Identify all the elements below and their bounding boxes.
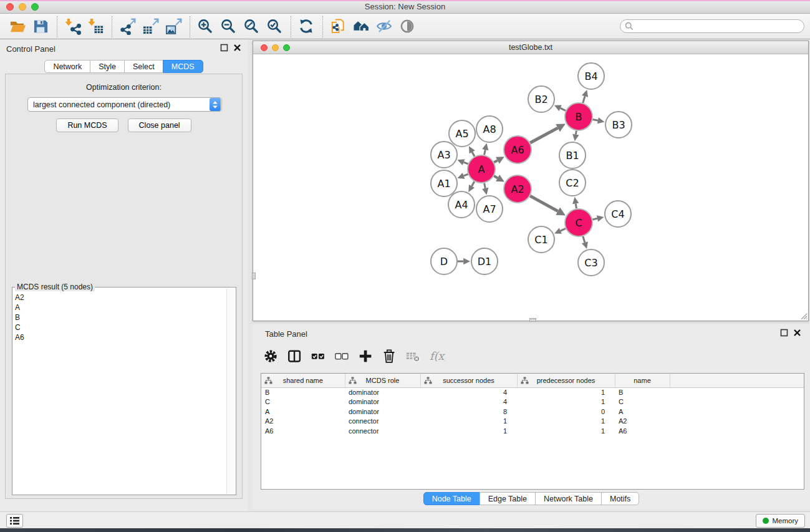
zoom-in-icon[interactable]	[196, 17, 215, 36]
mcds-result-item[interactable]: A	[14, 302, 226, 312]
mcds-result-item[interactable]: A6	[14, 332, 226, 342]
graph-edge-A-A5[interactable]	[469, 146, 475, 157]
memory-button[interactable]: Memory	[756, 514, 805, 528]
graph-node-B[interactable]: B	[565, 103, 592, 130]
graph-edge-A2-C[interactable]	[530, 196, 566, 215]
float-table-panel-icon[interactable]	[780, 329, 788, 337]
save-session-icon[interactable]	[31, 17, 50, 36]
add-column-icon[interactable]	[357, 348, 375, 365]
graph-node-A6[interactable]: A6	[504, 136, 531, 163]
show-columns-icon[interactable]	[286, 348, 304, 365]
column-header-successor-nodes[interactable]: successor nodes	[420, 374, 517, 387]
unselect-all-checkboxes-icon[interactable]	[334, 348, 351, 365]
graph-edge-B-B4[interactable]	[582, 90, 588, 103]
resize-grip-icon[interactable]	[799, 311, 808, 320]
select-all-checkboxes-icon[interactable]	[310, 348, 327, 365]
graph-node-C4[interactable]: C4	[605, 201, 631, 227]
graph-node-C[interactable]: C	[565, 209, 592, 236]
open-session-icon[interactable]	[8, 17, 27, 36]
clone-network-icon[interactable]	[329, 17, 347, 36]
export-image-icon[interactable]	[164, 17, 183, 36]
import-network-icon[interactable]	[63, 17, 82, 36]
graph-node-A1[interactable]: A1	[431, 170, 457, 196]
graph-node-A8[interactable]: A8	[476, 116, 503, 142]
graph-node-D1[interactable]: D1	[471, 248, 498, 274]
tab-edge-table[interactable]: Edge Table	[480, 492, 536, 505]
graph-node-B3[interactable]: B3	[605, 112, 632, 138]
graph-edge-A-A1[interactable]	[457, 173, 468, 179]
delete-column-icon[interactable]	[381, 348, 398, 365]
graph-edge-A6-B[interactable]	[530, 123, 566, 143]
graph-edge-C-C2[interactable]	[572, 197, 579, 209]
zoom-selected-icon[interactable]	[265, 17, 284, 36]
graph-edge-A-A7[interactable]	[482, 183, 488, 195]
export-table-icon[interactable]	[141, 17, 160, 36]
zoom-fit-icon[interactable]	[242, 17, 261, 36]
graph-node-A[interactable]: A	[468, 155, 495, 183]
graph-node-A2[interactable]: A2	[504, 175, 531, 203]
function-builder-icon[interactable]: f(x)	[428, 348, 446, 365]
run-mcds-button[interactable]: Run MCDS	[56, 118, 118, 132]
graph-edge-B-B3[interactable]	[593, 117, 605, 123]
bottom-splitter-handle[interactable]	[529, 318, 536, 322]
graph-node-C1[interactable]: C1	[528, 226, 554, 253]
table-row[interactable]: Bdominator41B	[261, 387, 804, 397]
network-window-titlebar[interactable]: testGlobe.txt	[253, 41, 808, 54]
tab-motifs[interactable]: Motifs	[601, 492, 639, 505]
left-splitter-handle[interactable]	[252, 273, 256, 279]
graph-edge-A-A6[interactable]	[494, 157, 504, 163]
tab-node-table[interactable]: Node Table	[423, 492, 480, 505]
graph-edge-A-A8[interactable]	[482, 143, 488, 155]
graph-edge-B-B2[interactable]	[554, 105, 566, 111]
graph-edge-A-A3[interactable]	[457, 159, 468, 165]
graph-node-A3[interactable]: A3	[431, 142, 457, 168]
graph-node-C2[interactable]: C2	[559, 170, 586, 196]
graph-edge-D-D1[interactable]	[458, 258, 470, 264]
table-row[interactable]: Adominator80A	[261, 407, 804, 417]
graph-node-A4[interactable]: A4	[448, 191, 475, 218]
graph-node-B1[interactable]: B1	[559, 142, 586, 168]
mcds-result-item[interactable]: A2	[14, 293, 226, 302]
table-row[interactable]: A2connector11A2	[261, 417, 804, 427]
column-header-MCDS-role[interactable]: MCDS role	[345, 374, 420, 387]
column-header-predecessor-nodes[interactable]: predecessor nodes	[517, 374, 615, 387]
close-panel-button[interactable]: Close panel	[128, 118, 191, 132]
search-input[interactable]	[636, 21, 804, 32]
export-network-icon[interactable]	[118, 17, 137, 36]
import-table-icon[interactable]	[86, 17, 105, 36]
graph-node-B4[interactable]: B4	[578, 63, 604, 89]
graph-edge-A-A4[interactable]	[468, 181, 475, 192]
graph-edge-C-C4[interactable]	[592, 215, 604, 221]
tab-style[interactable]: Style	[90, 60, 125, 73]
graph-edge-B-B1[interactable]	[572, 131, 579, 142]
houses-icon[interactable]	[352, 17, 370, 36]
tab-mcds[interactable]: MCDS	[163, 60, 203, 73]
table-row[interactable]: A6connector11A6	[261, 426, 804, 436]
zoom-out-icon[interactable]	[219, 17, 238, 36]
task-history-button[interactable]	[6, 514, 23, 528]
graph-node-A5[interactable]: A5	[449, 120, 475, 147]
search-field[interactable]	[620, 19, 804, 33]
column-header-shared-name[interactable]: shared name	[261, 374, 345, 387]
hide-graphics-details-icon[interactable]	[375, 17, 393, 36]
graph-node-C3[interactable]: C3	[578, 249, 604, 276]
graph-edge-C-C3[interactable]	[582, 236, 588, 249]
table-settings-gear-icon[interactable]	[263, 348, 280, 365]
close-table-panel-icon[interactable]	[793, 329, 801, 337]
refresh-layout-icon[interactable]	[297, 17, 316, 36]
mcds-result-item[interactable]: B	[14, 312, 226, 322]
delete-table-icon[interactable]	[405, 348, 422, 365]
tab-network[interactable]: Network	[44, 60, 90, 73]
graph-edge-A-A2[interactable]	[494, 175, 504, 181]
close-panel-icon[interactable]	[233, 44, 241, 52]
graph-node-D[interactable]: D	[431, 248, 457, 274]
graph-edge-C-C1[interactable]	[554, 228, 566, 233]
result-scrollbar[interactable]	[226, 288, 235, 494]
window-titlebar[interactable]: Session: New Session	[0, 0, 810, 14]
column-header-name[interactable]: name	[615, 374, 670, 387]
table-row[interactable]: Cdominator41C	[261, 397, 804, 407]
overview-eye-icon[interactable]	[398, 17, 417, 36]
criterion-dropdown[interactable]: largest connected component (directed)	[27, 97, 222, 112]
tab-select[interactable]: Select	[124, 60, 163, 73]
graph-node-B2[interactable]: B2	[528, 86, 554, 112]
